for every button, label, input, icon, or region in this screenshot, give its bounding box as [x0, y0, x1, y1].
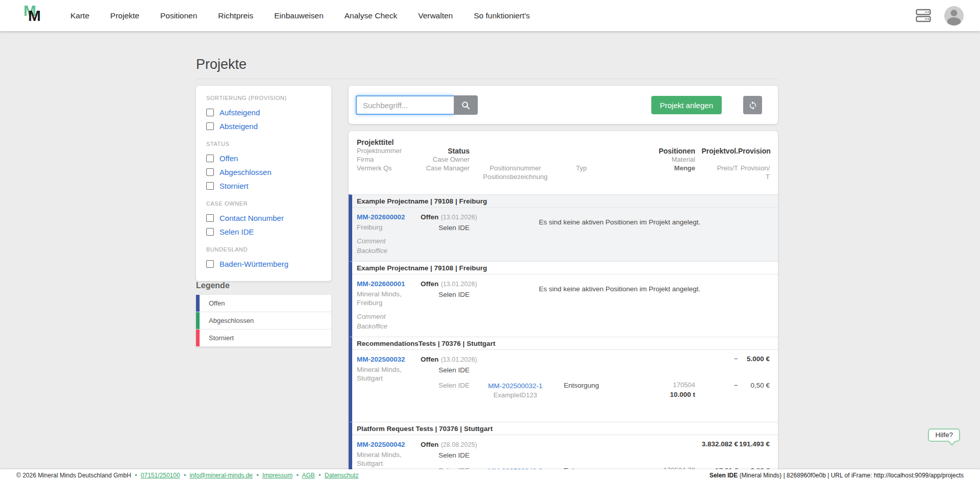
help-button[interactable]: Hilfe?: [928, 428, 960, 442]
project-id-cell: MM-202500042 Mineral Minds, Stuttgart: [357, 440, 421, 469]
legend-color-bar: [196, 330, 200, 346]
refresh-icon: [748, 100, 757, 110]
filter-option-label[interactable]: Contact Nonumber: [219, 214, 284, 222]
nav-right-controls: [916, 6, 964, 26]
legend-label: Abgeschlossen: [209, 317, 254, 324]
filter-option-label[interactable]: Selen IDE: [219, 227, 254, 236]
nav-item-karte[interactable]: Karte: [70, 11, 89, 20]
server-stack-icon[interactable]: [916, 9, 931, 22]
filter-option-label[interactable]: Storniert: [219, 182, 249, 190]
col-provision: Provision: [738, 147, 770, 156]
checkbox-icon[interactable]: [206, 155, 214, 162]
search-button[interactable]: [454, 95, 478, 115]
create-project-button[interactable]: Projekt anlegen: [651, 96, 722, 114]
project-firma: Mineral Minds, Stuttgart: [357, 365, 413, 383]
position-typ: Entsorgung: [561, 381, 602, 399]
col-preis-t: Preis/T: [695, 164, 738, 173]
filter-option-aufsteigend[interactable]: Aufsteigend: [206, 106, 321, 119]
legend-label: Storniert: [209, 334, 234, 342]
filter-option-label[interactable]: Offen: [219, 154, 238, 163]
project-firma: Mineral Minds, Freiburg: [357, 290, 413, 307]
nav-item-richtpreis[interactable]: Richtpreis: [218, 11, 253, 20]
filter-option-label[interactable]: Abgeschlossen: [219, 168, 272, 176]
status-date: (13.01.2026): [441, 356, 477, 363]
position-name: ExampleID123: [470, 391, 561, 399]
col-typ: Typ: [561, 164, 602, 173]
project-number-link[interactable]: MM-202500042: [357, 440, 405, 449]
user-avatar-icon[interactable]: [944, 6, 964, 26]
col-projektvol: Projektvol.: [695, 147, 738, 156]
filter-section-sortierung: SORTIERUNG (PROVISION) Aufsteigend Abste…: [206, 95, 321, 133]
checkbox-icon[interactable]: [206, 109, 214, 116]
footer-datenschutz-link[interactable]: Datenschutz: [325, 472, 359, 479]
checkbox-icon[interactable]: [206, 182, 214, 190]
header-col-typ: Typ: [561, 138, 602, 182]
project-volume: −: [695, 355, 738, 374]
project-row-group[interactable]: RecommendationsTests | 70376 | Stuttgart…: [349, 337, 778, 422]
copyright-text: © 2026 Mineral Minds Deutschland GmbH: [16, 472, 131, 479]
refresh-button[interactable]: [743, 96, 762, 114]
avatar-body: [947, 17, 961, 26]
project-row-group[interactable]: Example Projectname | 79108 | Freiburg M…: [349, 194, 778, 261]
project-group-title: Example Projectname | 79108 | Freiburg: [352, 262, 778, 274]
mineral-minds-logo-icon[interactable]: M M: [21, 4, 45, 28]
project-number-link[interactable]: MM-202500032: [357, 355, 405, 364]
footer-separator: •: [184, 472, 186, 479]
col-provision-t: Provision/: [738, 164, 770, 173]
filter-option-label[interactable]: Baden-Württemberg: [219, 260, 288, 268]
legend-label: Offen: [209, 299, 225, 307]
filter-option-baden-wuerttemberg[interactable]: Baden-Württemberg: [206, 257, 321, 271]
header-col-provision: Provision Provision/ T: [738, 138, 770, 182]
filter-option-offen[interactable]: Offen: [206, 151, 321, 165]
filter-option-label[interactable]: Absteigend: [219, 122, 258, 131]
header-col-positionen: Positionen Material Menge: [602, 138, 695, 182]
nav-item-verwalten[interactable]: Verwalten: [418, 11, 453, 20]
col-provision-t-2: T: [738, 173, 770, 182]
status-badge: Offen: [421, 356, 438, 363]
footer-phone-link[interactable]: 07151/250100: [141, 472, 180, 479]
filter-option-absteigend[interactable]: Absteigend: [206, 119, 321, 133]
filter-option-label[interactable]: Aufsteigend: [219, 108, 260, 117]
position-number-link[interactable]: MM-202500032-1: [488, 382, 543, 390]
case-owner: Selen IDE: [421, 366, 470, 374]
project-comment: Comment: [357, 237, 421, 245]
filter-option-storniert[interactable]: Storniert: [206, 179, 321, 193]
nav-item-so-funktionierts[interactable]: So funktioniert's: [474, 11, 530, 20]
filter-option-contact-nonumber[interactable]: Contact Nonumber: [206, 211, 321, 225]
checkbox-icon[interactable]: [206, 214, 214, 222]
footer-impressum-link[interactable]: Impressum: [262, 472, 292, 479]
nav-item-analyse-check[interactable]: Analyse Check: [345, 11, 397, 20]
header-col-projekt: Projekttitel Projektnummer Firma Vermerk…: [357, 138, 421, 182]
project-number-link[interactable]: MM-202600001: [357, 280, 405, 288]
project-row-group[interactable]: Platform Request Tests | 70376 | Stuttga…: [349, 422, 778, 469]
project-provision: 5.000 €: [738, 355, 770, 374]
col-vermerk-qs: Vermerk Qs: [357, 164, 421, 173]
checkbox-icon[interactable]: [206, 260, 214, 268]
col-menge: Menge: [602, 164, 695, 173]
nav-item-einbauweisen[interactable]: Einbauweisen: [274, 11, 324, 20]
filter-option-selen-ide[interactable]: Selen IDE: [206, 225, 321, 239]
position-material-cell: 170504 10.000 t: [602, 381, 695, 399]
col-projektnummer: Projektnummer: [357, 147, 421, 156]
project-firma: Mineral Minds, Stuttgart: [357, 450, 413, 468]
project-volume: 3.832.082 €: [695, 440, 738, 460]
project-number-link[interactable]: MM-202600002: [357, 213, 405, 221]
legend-color-bar: [196, 312, 200, 329]
filter-option-abgeschlossen[interactable]: Abgeschlossen: [206, 165, 321, 179]
checkbox-icon[interactable]: [206, 228, 214, 236]
legend-item-offen: Offen: [196, 295, 331, 312]
footer-user-name: Selen IDE: [709, 472, 738, 479]
footer-agb-link[interactable]: AGB: [302, 472, 315, 479]
project-id-cell: MM-202600002 Freiburg Comment Backoffice: [357, 212, 421, 255]
footer-email-link[interactable]: info@mineral-minds.de: [189, 472, 253, 479]
nav-item-projekte[interactable]: Projekte: [110, 11, 139, 20]
filter-section-label: STATUS: [206, 141, 321, 147]
project-row-group[interactable]: Example Projectname | 79108 | Freiburg M…: [349, 261, 778, 337]
checkbox-icon[interactable]: [206, 122, 214, 130]
nav-item-positionen[interactable]: Positionen: [160, 11, 197, 20]
search-input[interactable]: [356, 95, 454, 115]
checkbox-icon[interactable]: [206, 168, 214, 176]
case-owner: Selen IDE: [421, 451, 470, 460]
filter-section-case-owner: CASE OWNER Contact Nonumber Selen IDE: [206, 200, 321, 239]
legend-title: Legende: [196, 281, 230, 290]
